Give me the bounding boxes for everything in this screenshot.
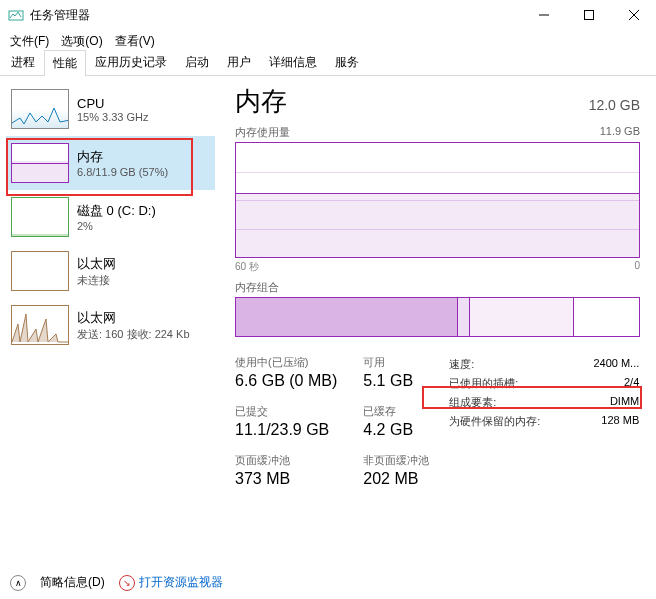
ethernet-thumb-icon: [11, 305, 69, 345]
sidebar: CPU15% 3.33 GHz 内存6.8/11.9 GB (57%) 磁盘 0…: [0, 76, 215, 566]
ethernet-thumb-icon: [11, 251, 69, 291]
stat-nonpaged: 202 MB: [363, 470, 429, 488]
cpu-thumb-icon: [11, 89, 69, 129]
usage-chart-max: 11.9 GB: [600, 125, 640, 140]
seg-modified: [458, 298, 470, 336]
sidebar-item-label: 磁盘 0 (C: D:): [77, 202, 156, 220]
window-title: 任务管理器: [30, 7, 521, 24]
sidebar-item-label: 以太网: [77, 255, 116, 273]
sidebar-item-detail: 15% 3.33 GHz: [77, 111, 149, 123]
usage-chart-label: 内存使用量: [235, 125, 290, 140]
memory-usage-chart[interactable]: [235, 142, 640, 258]
stat-paged: 373 MB: [235, 470, 337, 488]
resmon-label: 打开资源监视器: [139, 574, 223, 591]
prop-label: 组成要素:: [449, 395, 496, 410]
tabbar: 进程 性能 应用历史记录 启动 用户 详细信息 服务: [0, 52, 656, 76]
sidebar-item-label: 以太网: [77, 309, 190, 327]
sidebar-item-detail: 未连接: [77, 273, 116, 288]
composition-label: 内存组合: [235, 280, 279, 295]
collapse-icon[interactable]: ∧: [10, 575, 26, 591]
seg-in-use: [236, 298, 458, 336]
tab-processes[interactable]: 进程: [2, 49, 44, 75]
stat-label: 可用: [363, 355, 429, 370]
brief-info-link[interactable]: 简略信息(D): [40, 574, 105, 591]
page-title: 内存: [235, 84, 287, 119]
tab-startup[interactable]: 启动: [176, 49, 218, 75]
close-button[interactable]: [611, 0, 656, 30]
app-icon: [8, 7, 24, 23]
seg-standby: [470, 298, 575, 336]
sidebar-item-detail: 发送: 160 接收: 224 Kb: [77, 327, 190, 342]
tab-app-history[interactable]: 应用历史记录: [86, 49, 176, 75]
sidebar-item-detail: 2%: [77, 220, 156, 232]
sidebar-item-label: 内存: [77, 148, 168, 166]
tab-performance[interactable]: 性能: [44, 50, 86, 76]
axis-left: 60 秒: [235, 260, 259, 274]
memory-properties: 速度:2400 M... 已使用的插槽:2/4 组成要素:DIMM 为硬件保留的…: [449, 355, 639, 488]
titlebar: 任务管理器: [0, 0, 656, 30]
resmon-icon: ↘: [119, 575, 135, 591]
sidebar-item-cpu[interactable]: CPU15% 3.33 GHz: [6, 82, 215, 136]
open-resmon-link[interactable]: ↘ 打开资源监视器: [119, 574, 223, 591]
stat-committed: 11.1/23.9 GB: [235, 421, 337, 439]
tab-services[interactable]: 服务: [326, 49, 368, 75]
sidebar-item-disk[interactable]: 磁盘 0 (C: D:)2%: [6, 190, 215, 244]
sidebar-item-detail: 6.8/11.9 GB (57%): [77, 166, 168, 178]
prop-slots: 2/4: [624, 376, 639, 391]
main-panel: 内存 12.0 GB 内存使用量11.9 GB 60 秒0 内存组合 使用中(已…: [215, 76, 656, 566]
maximize-button[interactable]: [566, 0, 611, 30]
axis-right: 0: [634, 260, 640, 274]
prop-label: 为硬件保留的内存:: [449, 414, 540, 429]
stat-label: 已缓存: [363, 404, 429, 419]
memory-total: 12.0 GB: [589, 97, 640, 113]
sidebar-item-ethernet-1[interactable]: 以太网未连接: [6, 244, 215, 298]
sidebar-item-memory[interactable]: 内存6.8/11.9 GB (57%): [6, 136, 215, 190]
svg-rect-2: [584, 11, 593, 20]
stat-cached: 4.2 GB: [363, 421, 429, 439]
prop-label: 已使用的插槽:: [449, 376, 518, 391]
stat-available: 5.1 GB: [363, 372, 429, 390]
tab-users[interactable]: 用户: [218, 49, 260, 75]
stat-label: 非页面缓冲池: [363, 453, 429, 468]
prop-speed: 2400 M...: [593, 357, 639, 372]
prop-reserved: 128 MB: [601, 414, 639, 429]
sidebar-item-label: CPU: [77, 96, 149, 111]
stat-label: 页面缓冲池: [235, 453, 337, 468]
minimize-button[interactable]: [521, 0, 566, 30]
sidebar-item-ethernet-2[interactable]: 以太网发送: 160 接收: 224 Kb: [6, 298, 215, 352]
footer: ∧ 简略信息(D) ↘ 打开资源监视器: [10, 574, 223, 591]
stat-in-use: 6.6 GB (0 MB): [235, 372, 337, 390]
memory-composition-chart[interactable]: [235, 297, 640, 337]
memory-thumb-icon: [11, 143, 69, 183]
prop-form: DIMM: [610, 395, 639, 410]
seg-free: [574, 298, 639, 336]
disk-thumb-icon: [11, 197, 69, 237]
prop-label: 速度:: [449, 357, 474, 372]
stat-label: 使用中(已压缩): [235, 355, 337, 370]
tab-details[interactable]: 详细信息: [260, 49, 326, 75]
stat-label: 已提交: [235, 404, 337, 419]
